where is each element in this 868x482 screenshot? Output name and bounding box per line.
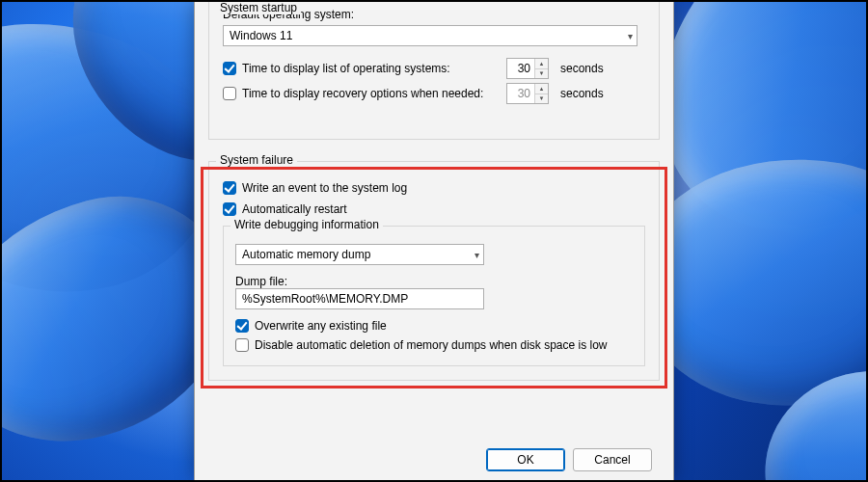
display-os-list-label: Time to display list of operating system… bbox=[242, 62, 450, 75]
dump-type-value: Automatic memory dump bbox=[242, 248, 370, 261]
spinner-down-icon[interactable]: ▼ bbox=[535, 94, 548, 104]
disable-deletion-label: Disable automatic deletion of memory dum… bbox=[255, 338, 608, 352]
display-recovery-checkbox[interactable] bbox=[223, 87, 236, 100]
auto-restart-label: Automatically restart bbox=[242, 202, 347, 216]
system-startup-legend: System startup bbox=[216, 1, 301, 14]
chevron-down-icon: ▾ bbox=[475, 250, 479, 260]
disable-deletion-checkbox[interactable] bbox=[235, 338, 249, 352]
spinner-up-icon[interactable]: ▲ bbox=[535, 84, 548, 94]
overwrite-checkbox[interactable] bbox=[235, 319, 249, 333]
startup-recovery-dialog: System startup Default operating system:… bbox=[194, 2, 674, 480]
display-os-list-value[interactable] bbox=[507, 59, 534, 78]
cancel-button[interactable]: Cancel bbox=[573, 448, 652, 471]
spinner-down-icon[interactable]: ▼ bbox=[535, 68, 548, 79]
dump-file-label: Dump file: bbox=[235, 275, 633, 288]
system-failure-group: System failure Write an event to the sys… bbox=[208, 161, 660, 381]
system-startup-group: System startup Default operating system:… bbox=[208, 2, 660, 140]
display-recovery-spinner[interactable]: ▲ ▼ bbox=[506, 83, 549, 104]
write-event-label: Write an event to the system log bbox=[242, 181, 407, 195]
display-recovery-label: Time to display recovery options when ne… bbox=[242, 87, 483, 100]
chevron-down-icon: ▾ bbox=[628, 31, 633, 41]
ok-button[interactable]: OK bbox=[486, 448, 565, 471]
auto-restart-checkbox[interactable] bbox=[223, 202, 236, 216]
display-os-list-checkbox[interactable] bbox=[223, 62, 236, 75]
default-os-combo[interactable]: Windows 11 ▾ bbox=[223, 25, 637, 46]
dump-file-input[interactable] bbox=[235, 288, 484, 309]
display-os-list-unit: seconds bbox=[560, 62, 604, 75]
display-recovery-value bbox=[507, 84, 534, 103]
dialog-footer: OK Cancel bbox=[195, 440, 673, 480]
display-recovery-unit: seconds bbox=[560, 87, 604, 100]
display-os-list-spinner[interactable]: ▲ ▼ bbox=[506, 58, 549, 79]
write-event-checkbox[interactable] bbox=[223, 181, 236, 195]
dump-type-combo[interactable]: Automatic memory dump ▾ bbox=[235, 244, 484, 265]
overwrite-label: Overwrite any existing file bbox=[255, 319, 387, 333]
write-debugging-legend: Write debugging information bbox=[231, 218, 383, 231]
write-debugging-subgroup: Write debugging information Automatic me… bbox=[223, 226, 645, 366]
system-failure-legend: System failure bbox=[216, 153, 297, 167]
default-os-value: Windows 11 bbox=[230, 29, 292, 42]
spinner-up-icon[interactable]: ▲ bbox=[535, 59, 548, 68]
